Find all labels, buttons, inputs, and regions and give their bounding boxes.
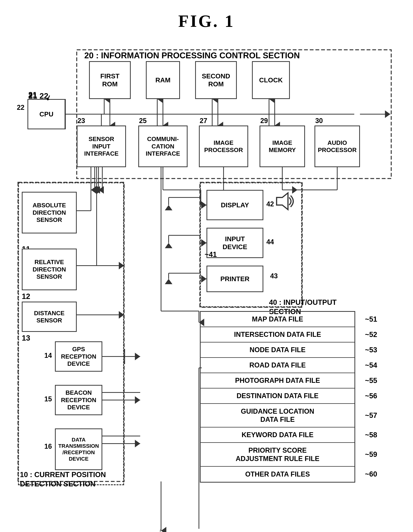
file-row-other: OTHER DATA FILES ~60	[201, 467, 354, 482]
file-row-node: NODE DATA FILE ~53	[201, 342, 354, 358]
dist-sensor-box: DISTANCE SENSOR	[22, 302, 77, 332]
ram-box: 24 RAM	[146, 61, 180, 99]
svg-marker-68	[277, 193, 288, 209]
sensor-input-box: 23 SENSOR INPUT INTERFACE	[77, 125, 126, 167]
data-trans-box: 16 DATA TRANSMISSION /RECEPTION DEVICE	[55, 428, 102, 470]
file-row-intersection: INTERSECTION DATA FILE ~52	[201, 327, 354, 342]
input-device-sub-ref: ~41	[205, 250, 217, 259]
info-processing-section-label: 20 : INFORMATION PROCESSING CONTROL SECT…	[81, 51, 303, 60]
dist-sensor-ref: 13	[22, 334, 30, 342]
beacon-device-box: 15 BEACON RECEPTION DEVICE	[55, 385, 102, 415]
storage-files-container: MAP DATA FILE ~51 INTERSECTION DATA FILE…	[200, 311, 355, 483]
file-row-road: ROAD DATA FILE ~54	[201, 358, 354, 373]
clock-box: 28 CLOCK	[252, 61, 290, 99]
image-processor-box: 27 IMAGE PROCESSOR	[199, 125, 248, 167]
image-memory-box: 29 IMAGE MEMORY	[260, 125, 305, 167]
abs-dir-sensor-box: ABSOLUTE DIRECTION SENSOR	[22, 192, 77, 233]
rel-dir-sensor-box: RELATIVE DIRECTION SENSOR	[22, 248, 77, 290]
page-title: FIG. 1	[178, 11, 235, 31]
second-rom-box: 26 SECOND ROM	[195, 61, 237, 99]
file-row-priority: PRIORITY SCORE ADJUSTMENT RULE FILE ~59	[201, 443, 354, 466]
ref-45-arrow-down: ↓	[158, 527, 162, 532]
speaker-icon	[275, 190, 297, 213]
display-box: 42 DISPLAY	[206, 190, 263, 220]
comm-interface-box: 25 COMMUNI- CATION INTERFACE	[138, 125, 187, 167]
current-pos-label: 10 : CURRENT POSITION DETECTION SECTION	[20, 470, 106, 489]
file-row-dest: DESTINATION DATA FILE ~56	[201, 389, 354, 404]
ref-45-label: 45	[150, 531, 158, 532]
gps-device-box: 14 GPS RECEPTION DEVICE	[55, 341, 102, 372]
file-row-photo: PHOTOGRAPH DATA FILE ~55	[201, 373, 354, 389]
file-row-map: MAP DATA FILE ~51	[201, 312, 354, 327]
first-rom-box: 22 FIRST ROM	[89, 61, 131, 99]
printer-box: 43 PRINTER	[206, 266, 263, 292]
file-row-guidance: GUIDANCE LOCATION DATA FILE ~57	[201, 404, 354, 428]
audio-processor-box: 30 AUDIO PROCESSOR	[315, 125, 360, 167]
rel-sensor-ref: 12	[22, 292, 30, 301]
file-row-keyword: KEYWORD DATA FILE ~58	[201, 428, 354, 443]
cpu-box: 21 22 CPU	[28, 99, 65, 129]
